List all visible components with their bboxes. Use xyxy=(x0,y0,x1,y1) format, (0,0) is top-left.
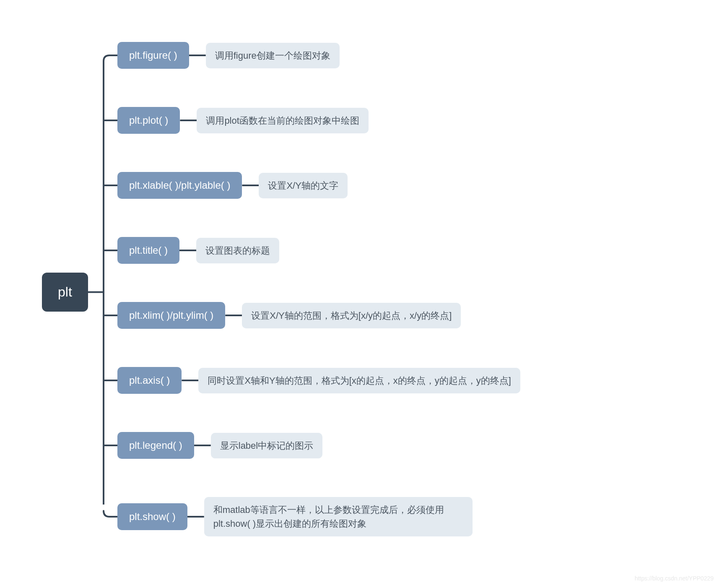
function-node: plt.plot( ) xyxy=(117,107,180,134)
branch-row: plt.axis( )同时设置X轴和Y轴的范围，格式为[x的起点，x的终点，y的… xyxy=(117,367,520,394)
description-node: 设置X/Y轴的文字 xyxy=(259,173,347,198)
description-node: 和matlab等语言不一样，以上参数设置完成后，必须使用plt.show( )显… xyxy=(204,497,473,536)
description-node: 调用figure创建一个绘图对象 xyxy=(206,43,340,68)
connector-gap xyxy=(179,250,196,251)
connector-gap xyxy=(187,516,204,518)
function-node: plt.title( ) xyxy=(117,237,179,264)
mindmap-container: plt plt.figure( )调用figure创建一个绘图对象plt.plo… xyxy=(0,0,722,588)
function-node: plt.legend( ) xyxy=(117,432,194,459)
branch-row: plt.show( )和matlab等语言不一样，以上参数设置完成后，必须使用p… xyxy=(117,497,473,536)
watermark: https://blog.csdn.net/YPP0229 xyxy=(635,575,714,582)
function-node: plt.figure( ) xyxy=(117,42,189,69)
description-node: 设置图表的标题 xyxy=(196,238,279,263)
branch-row: plt.plot( )调用plot函数在当前的绘图对象中绘图 xyxy=(117,107,369,134)
connector-gap xyxy=(242,185,259,186)
function-node: plt.xlable( )/plt.ylable( ) xyxy=(117,172,242,199)
branch-row: plt.xlim( )/plt.ylim( )设置X/Y轴的范围，格式为[x/y… xyxy=(117,302,461,329)
connector-gap xyxy=(225,315,242,316)
connector-gap xyxy=(189,55,206,56)
function-node: plt.xlim( )/plt.ylim( ) xyxy=(117,302,225,329)
description-node: 调用plot函数在当前的绘图对象中绘图 xyxy=(197,108,368,133)
connector-gap xyxy=(194,445,211,446)
branch-row: plt.xlable( )/plt.ylable( )设置X/Y轴的文字 xyxy=(117,172,348,199)
root-label: plt xyxy=(58,284,72,299)
description-node: 显示label中标记的图示 xyxy=(211,433,322,458)
branch-row: plt.figure( )调用figure创建一个绘图对象 xyxy=(117,42,340,69)
root-node: plt xyxy=(42,273,88,312)
description-node: 设置X/Y轴的范围，格式为[x/y的起点，x/y的终点] xyxy=(242,303,461,328)
branch-row: plt.legend( )显示label中标记的图示 xyxy=(117,432,322,459)
connector-gap xyxy=(182,380,198,381)
function-node: plt.show( ) xyxy=(117,503,187,530)
branch-row: plt.title( )设置图表的标题 xyxy=(117,237,279,264)
description-node: 同时设置X轴和Y轴的范围，格式为[x的起点，x的终点，y的起点，y的终点] xyxy=(198,368,520,393)
function-node: plt.axis( ) xyxy=(117,367,182,394)
connector-gap xyxy=(180,120,197,121)
